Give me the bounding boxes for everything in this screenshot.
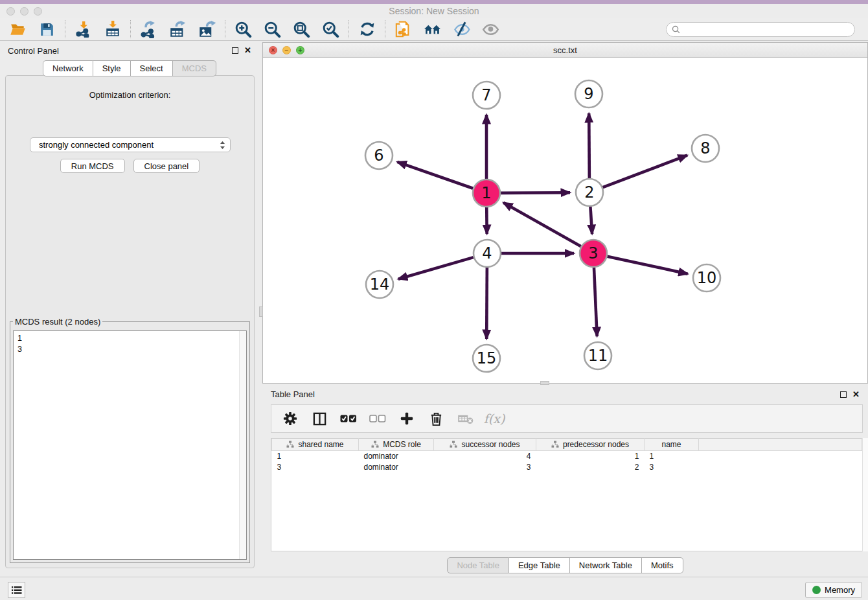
cell-predecessor-nodes[interactable]: 2: [536, 462, 645, 473]
float-panel-icon[interactable]: [232, 47, 238, 54]
table-header-row: shared name MCDS role successor nodes pr…: [272, 439, 862, 451]
search-icon: [672, 25, 680, 34]
settings-gear-icon[interactable]: [282, 410, 299, 427]
cell-shared-name[interactable]: 3: [272, 462, 359, 473]
graph-edge-1-6[interactable]: [397, 162, 473, 189]
search-input[interactable]: [683, 23, 854, 36]
mcds-result-textarea[interactable]: 1 3: [13, 330, 247, 560]
show-all-networks-icon[interactable]: [424, 21, 441, 38]
cell-successor-nodes[interactable]: 3: [434, 462, 536, 473]
graph-edge-3-1[interactable]: [503, 203, 581, 246]
graph-edge-1-2[interactable]: [501, 192, 570, 193]
export-image-icon[interactable]: [198, 21, 216, 38]
tab-mcds[interactable]: MCDS: [173, 60, 216, 76]
minimize-window-button[interactable]: [20, 7, 29, 16]
network-window-titlebar[interactable]: × − + scc.txt: [263, 43, 867, 58]
network-close-button[interactable]: ×: [269, 46, 277, 54]
column-header-mcds-role[interactable]: MCDS role: [359, 439, 434, 451]
network-graph[interactable]: 1234678910111415: [263, 58, 867, 383]
tab-network-table[interactable]: Network Table: [570, 557, 642, 573]
mcds-result-title: MCDS result (2 nodes): [13, 317, 102, 327]
zoom-out-icon[interactable]: [264, 21, 281, 38]
select-all-checkboxes-icon[interactable]: [340, 410, 357, 427]
cell-predecessor-nodes[interactable]: 1: [536, 451, 645, 462]
float-table-panel-icon[interactable]: [840, 391, 847, 398]
network-maximize-button[interactable]: +: [296, 46, 304, 54]
cell-mcds-role[interactable]: dominator: [359, 451, 434, 462]
graph-node-label-10: 10: [697, 269, 717, 287]
result-scrollbar[interactable]: [239, 331, 246, 559]
cell-shared-name[interactable]: 1: [272, 451, 359, 462]
import-network-icon[interactable]: [74, 21, 92, 38]
save-session-icon[interactable]: [38, 21, 56, 38]
graph-edge-2-3[interactable]: [590, 207, 592, 234]
table-toolbar: f(x): [271, 404, 863, 433]
split-columns-icon[interactable]: [311, 410, 328, 427]
memory-button[interactable]: Memory: [805, 582, 862, 598]
graph-node-label-3: 3: [588, 244, 598, 262]
run-mcds-button[interactable]: Run MCDS: [60, 159, 125, 173]
hide-selected-icon[interactable]: [453, 21, 470, 38]
column-header-shared-name[interactable]: shared name: [272, 439, 359, 451]
export-network-icon[interactable]: [140, 21, 157, 38]
app-window-title: Session: New Session: [0, 6, 868, 16]
table-row[interactable]: 1 dominator 4 1 1: [272, 451, 862, 462]
column-header-successor-nodes[interactable]: successor nodes: [434, 439, 536, 451]
graph-edge-4-14[interactable]: [398, 257, 474, 279]
import-table-icon[interactable]: [104, 21, 121, 38]
node-table: shared name MCDS role successor nodes pr…: [271, 438, 863, 551]
graph-edge-2-9[interactable]: [589, 113, 589, 178]
tab-node-table[interactable]: Node Table: [447, 557, 509, 573]
horizontal-splitter-handle[interactable]: [540, 381, 549, 385]
maximize-window-button[interactable]: [34, 7, 42, 16]
search-field[interactable]: [666, 22, 855, 37]
refresh-icon[interactable]: [358, 21, 376, 38]
cell-successor-nodes[interactable]: 4: [434, 451, 536, 462]
graph-edge-4-15[interactable]: [486, 268, 487, 339]
tab-style[interactable]: Style: [93, 60, 131, 76]
tab-network[interactable]: Network: [43, 60, 93, 76]
task-history-button[interactable]: [8, 582, 25, 598]
column-header-predecessor-nodes[interactable]: predecessor nodes: [536, 439, 645, 451]
tab-edge-table[interactable]: Edge Table: [509, 557, 570, 573]
cell-name[interactable]: 1: [645, 451, 699, 462]
criterion-select[interactable]: strongly connected component: [30, 137, 231, 152]
control-panel: Control Panel ✕ Network Style Select MCD…: [0, 41, 259, 577]
function-builder-icon[interactable]: f(x): [486, 410, 503, 427]
header-filler: [699, 439, 862, 451]
network-canvas[interactable]: 1234678910111415: [263, 58, 867, 383]
deselect-all-checkboxes-icon[interactable]: [369, 410, 386, 427]
open-file-icon[interactable]: [9, 21, 27, 38]
graph-edge-3-11[interactable]: [594, 268, 597, 336]
open-session-from-file-icon[interactable]: [394, 21, 412, 38]
window-controls: [6, 7, 42, 16]
network-minimize-button[interactable]: −: [282, 46, 291, 54]
close-panel-button[interactable]: Close panel: [133, 159, 200, 173]
zoom-fit-icon[interactable]: [293, 21, 310, 38]
delete-column-icon[interactable]: [428, 410, 444, 427]
close-panel-icon[interactable]: ✕: [244, 47, 251, 54]
column-header-name[interactable]: name: [645, 439, 699, 451]
graph-node-label-14: 14: [370, 275, 390, 294]
zoom-selected-icon[interactable]: [322, 21, 339, 38]
tab-motifs[interactable]: Motifs: [642, 557, 683, 573]
table-row[interactable]: 3 dominator 3 2 3: [272, 462, 862, 473]
fx-label: f(x): [484, 411, 505, 426]
cell-mcds-role[interactable]: dominator: [359, 462, 434, 473]
show-hidden-icon[interactable]: [482, 21, 499, 38]
close-table-panel-icon[interactable]: ✕: [852, 391, 860, 398]
graph-node-label-1: 1: [481, 184, 491, 202]
delete-table-icon[interactable]: [457, 410, 474, 427]
memory-status-icon: [812, 586, 821, 594]
table-scrollbar[interactable]: [862, 438, 868, 551]
graph-node-label-9: 9: [584, 85, 593, 103]
graph-edge-2-8[interactable]: [603, 156, 687, 188]
zoom-in-icon[interactable]: [234, 21, 252, 38]
add-column-icon[interactable]: [398, 410, 415, 427]
export-table-icon[interactable]: [169, 21, 187, 38]
close-window-button[interactable]: [6, 7, 15, 16]
cell-name[interactable]: 3: [645, 462, 699, 473]
graph-edge-3-10[interactable]: [607, 257, 687, 274]
tab-select[interactable]: Select: [131, 60, 173, 76]
vertical-splitter-handle[interactable]: [259, 306, 263, 317]
